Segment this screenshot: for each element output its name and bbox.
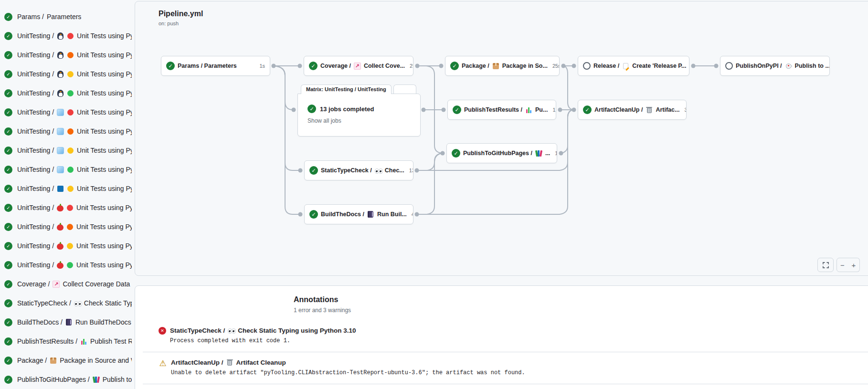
matrix-tab: Matrix: UnitTesting / UnitTesting xyxy=(301,84,392,94)
status-success-icon xyxy=(4,261,12,269)
status-success-icon xyxy=(4,108,12,116)
annotation-item: StaticTypeCheck /Check Static Typing usi… xyxy=(143,320,868,352)
job-list-item[interactable]: UnitTesting /Unit Tests using Pyth... xyxy=(0,26,132,45)
py-red-icon xyxy=(67,109,74,116)
books-icon xyxy=(93,376,100,383)
job-step-label: Unit Tests using Pyth... xyxy=(77,32,132,40)
annotation-job-name: StaticTypeCheck / xyxy=(170,327,225,334)
graph-node-buildthedocs[interactable]: BuildTheDocs /Run Buil...47s xyxy=(304,204,413,224)
job-list-item[interactable]: UnitTesting /Unit Tests using Pyth... xyxy=(0,103,132,122)
status-success-icon xyxy=(4,337,12,346)
matrix-group-node[interactable]: 13 jobs completed Show all jobs xyxy=(297,94,421,137)
job-step-label: Unit Tests using Pyth... xyxy=(76,223,132,231)
job-list-item[interactable]: UnitTesting /Unit Tests using Pyth... xyxy=(0,217,132,236)
py-yellow-icon xyxy=(67,186,74,192)
node-name: PublishToGitHubPages / xyxy=(463,150,532,157)
job-name: UnitTesting / xyxy=(17,70,54,78)
status-success-icon xyxy=(4,242,12,250)
job-name: BuildTheDocs / xyxy=(17,318,63,326)
job-list-item-text: UnitTesting /Unit Tests using Pyth... xyxy=(17,204,132,211)
job-step-label: Unit Tests using Pyth... xyxy=(77,166,132,173)
status-success-icon xyxy=(452,149,460,158)
graph-node-statictypecheck[interactable]: StaticTypeCheck /Chec...13s xyxy=(304,160,413,180)
penguin-icon xyxy=(57,52,64,59)
node-name: Release / xyxy=(593,63,619,69)
job-list-item[interactable]: UnitTesting /Unit Tests using Pyth... xyxy=(0,64,132,84)
job-list-item[interactable]: UnitTesting /Unit Tests using Pyth... xyxy=(0,179,132,198)
rocket-icon xyxy=(785,63,792,70)
job-list-item[interactable]: StaticTypeCheck /Check Static Typing... xyxy=(0,294,132,313)
job-list-item-text: PublishTestResults /Publish Test Resu... xyxy=(17,337,132,345)
status-success-icon xyxy=(4,223,12,231)
job-step-label: Unit Tests using Pyth... xyxy=(77,185,132,192)
status-success-icon xyxy=(4,166,12,174)
job-list-item[interactable]: PublishTestResults /Publish Test Resu... xyxy=(0,332,132,351)
job-list-item[interactable]: UnitTesting /Unit Tests using Pyth... xyxy=(0,84,132,103)
job-list-item[interactable]: UnitTesting /Unit Tests using Pyth... xyxy=(0,141,132,160)
graph-node-package[interactable]: Package /Package in So...25s xyxy=(445,56,560,76)
job-list-item[interactable]: UnitTesting /Unit Tests using Pyth... xyxy=(0,198,132,217)
node-name: PublishTestResults / xyxy=(464,106,522,113)
job-list-item[interactable]: UnitTesting /Unit Tests using Pyth... xyxy=(0,255,132,274)
job-list-item-text: UnitTesting /Unit Tests using Pyth... xyxy=(17,51,132,59)
status-success-icon xyxy=(4,13,12,21)
job-list-item[interactable]: Package /Package in Source and Wh... xyxy=(0,351,132,370)
job-list-item[interactable]: UnitTesting /Unit Tests using Pyth... xyxy=(0,236,132,255)
node-duration: 1s xyxy=(257,63,265,69)
eyes-icon xyxy=(74,300,81,307)
status-success-icon xyxy=(4,32,12,40)
job-list-item[interactable]: BuildTheDocs /Run BuildTheDocs xyxy=(0,313,132,332)
py-orange-icon xyxy=(67,224,73,230)
status-skipped-icon xyxy=(583,62,591,70)
py-red-icon xyxy=(67,205,73,211)
eyes-icon xyxy=(228,327,235,334)
notebook-icon xyxy=(368,211,373,218)
job-list-item[interactable]: UnitTesting /Unit Tests using Pyth... xyxy=(0,122,132,141)
node-name: Coverage / xyxy=(320,63,351,69)
job-name: UnitTesting / xyxy=(17,89,54,97)
job-list-item[interactable]: UnitTesting /Unit Tests using Pyth... xyxy=(0,160,132,179)
job-list-item-text: UnitTesting /Unit Tests using Pyth... xyxy=(17,147,132,154)
graph-node-publishonpypi[interactable]: PublishOnPyPI /Publish to ... xyxy=(720,56,830,76)
zoom-in-button[interactable]: + xyxy=(848,258,860,272)
node-step-label: Package in So... xyxy=(502,63,548,69)
job-step-label: Unit Tests using Pyth... xyxy=(77,147,132,154)
graph-node-publishtogithubpages[interactable]: PublishToGitHubPages /...13s xyxy=(446,143,557,163)
status-success-icon xyxy=(4,280,12,288)
job-name: UnitTesting / xyxy=(17,32,54,40)
job-name: UnitTesting / xyxy=(17,108,54,116)
job-list-item-text: UnitTesting /Unit Tests using Pyth... xyxy=(17,127,132,135)
job-list-item[interactable]: Params /Parameters xyxy=(0,7,132,26)
penguin-icon xyxy=(57,32,64,40)
job-step-label: Unit Tests using Pyth... xyxy=(77,51,132,59)
job-list-item[interactable]: Coverage /Collect Coverage Data usi... xyxy=(0,274,132,294)
status-success-icon xyxy=(4,127,12,136)
job-step-label: Check Static Typing... xyxy=(84,299,132,307)
show-all-jobs-link[interactable]: Show all jobs xyxy=(307,117,341,124)
annotation-title[interactable]: StaticTypeCheck /Check Static Typing usi… xyxy=(170,327,356,334)
node-step-label: Pu... xyxy=(535,106,548,113)
chart-icon xyxy=(354,63,361,70)
job-list-item-text: UnitTesting /Unit Tests using Pyth... xyxy=(17,261,132,269)
job-name: Package / xyxy=(17,357,47,364)
graph-node-coverage[interactable]: Coverage /Collect Cove...25s xyxy=(304,56,413,76)
status-error-icon xyxy=(159,327,166,335)
notebook-icon xyxy=(66,319,72,326)
graph-node-publishtestresults[interactable]: PublishTestResults /Pu...17s xyxy=(447,100,556,120)
graph-node-artifactcleanup[interactable]: ArtifactCleanUp /Artifac...3s xyxy=(578,100,687,120)
node-duration: 25s xyxy=(550,63,560,69)
node-duration: 3s xyxy=(682,107,687,113)
graph-node-release[interactable]: Release /Create 'Release P... xyxy=(578,56,689,76)
graph-node-params[interactable]: Params / Parameters1s xyxy=(161,56,270,76)
job-list-item[interactable]: PublishToGitHubPages /Publish to G... xyxy=(0,370,132,389)
status-success-icon xyxy=(4,147,12,155)
fullscreen-button[interactable] xyxy=(817,258,834,272)
status-success-icon xyxy=(309,166,318,175)
annotation-item: ⚠ArtifactCleanUp /Artifact CleanupUnable… xyxy=(143,352,868,384)
zoom-out-button[interactable]: − xyxy=(836,258,848,272)
node-name: ArtifactCleanUp / xyxy=(594,106,643,113)
job-list-item[interactable]: UnitTesting /Unit Tests using Pyth... xyxy=(0,45,132,64)
annotation-title[interactable]: ArtifactCleanUp /Artifact Cleanup xyxy=(171,359,525,366)
job-step-label: Package in Source and Wh... xyxy=(60,357,132,364)
job-name: UnitTesting / xyxy=(17,261,54,269)
